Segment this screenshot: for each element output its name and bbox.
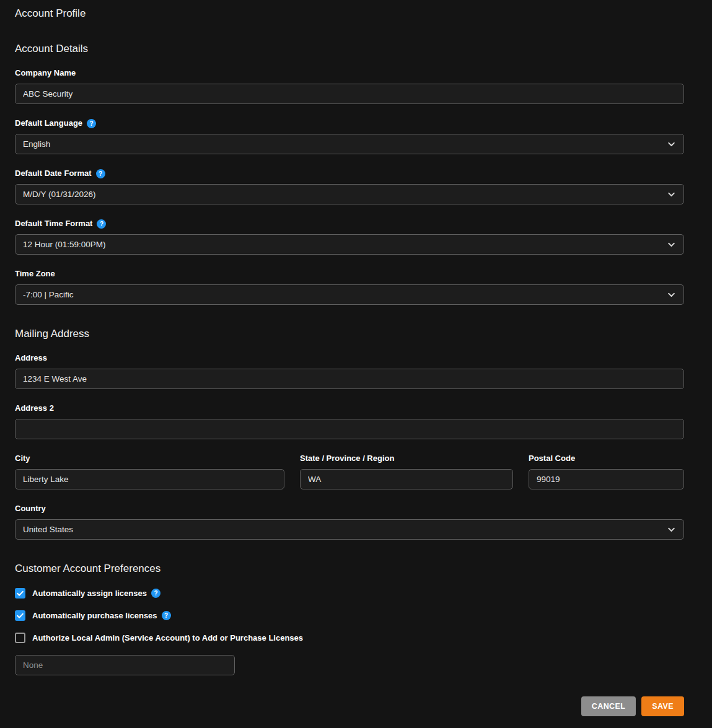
country-value: United States: [23, 525, 73, 534]
chevron-down-icon: [667, 139, 676, 149]
field-default-language: Default Language ? English: [15, 118, 684, 154]
help-icon[interactable]: ?: [87, 119, 96, 128]
section-customer-account-preferences: Customer Account Preferences Automatical…: [15, 562, 684, 675]
save-button[interactable]: SAVE: [641, 696, 684, 716]
help-icon[interactable]: ?: [97, 219, 106, 229]
postal-code-label: Postal Code: [529, 454, 575, 463]
section-account-details: Account Details Company Name Default Lan…: [15, 42, 684, 305]
field-default-time-format: Default Time Format ? 12 Hour (01:59:00P…: [15, 219, 684, 255]
city-label: City: [15, 454, 30, 463]
chevron-down-icon: [667, 240, 676, 249]
field-postal-code: Postal Code: [529, 454, 684, 489]
address-input[interactable]: [15, 369, 684, 389]
local-admin-input[interactable]: [15, 655, 235, 675]
help-icon[interactable]: ?: [96, 169, 105, 178]
page-title: Account Profile: [15, 7, 684, 20]
auto-assign-label: Automatically assign licenses: [32, 589, 147, 598]
default-date-format-value: M/D/Y (01/31/2026): [23, 190, 96, 199]
chevron-down-icon: [667, 190, 676, 199]
state-input[interactable]: [300, 469, 513, 489]
auto-purchase-label: Automatically purchase licenses: [32, 611, 157, 620]
customer-account-preferences-heading: Customer Account Preferences: [15, 562, 684, 575]
default-date-format-select[interactable]: M/D/Y (01/31/2026): [15, 184, 684, 204]
country-select[interactable]: United States: [15, 519, 684, 540]
account-profile-page: Account Profile Account Details Company …: [15, 7, 684, 716]
city-input[interactable]: [15, 469, 284, 489]
chevron-down-icon: [667, 290, 676, 299]
company-name-label: Company Name: [15, 68, 76, 78]
field-address2: Address 2: [15, 403, 684, 439]
field-time-zone: Time Zone -7:00 | Pacific: [15, 269, 684, 305]
default-language-label: Default Language: [15, 118, 82, 128]
field-city: City: [15, 454, 284, 489]
field-local-admin: [15, 655, 684, 675]
address-label: Address: [15, 353, 47, 363]
city-state-postal-row: City State / Province / Region Postal Co…: [15, 454, 684, 489]
state-label: State / Province / Region: [300, 454, 394, 463]
account-details-heading: Account Details: [15, 42, 684, 55]
postal-code-input[interactable]: [529, 469, 684, 489]
address2-input[interactable]: [15, 419, 684, 439]
field-address: Address: [15, 353, 684, 389]
chevron-down-icon: [667, 525, 676, 534]
auto-assign-checkbox[interactable]: [15, 588, 25, 599]
authorize-local-admin-checkbox[interactable]: [15, 633, 25, 643]
section-mailing-address: Mailing Address Address Address 2 City: [15, 327, 684, 540]
company-name-input[interactable]: [15, 84, 684, 104]
auto-assign-row: Automatically assign licenses ?: [15, 588, 684, 599]
field-state: State / Province / Region: [300, 454, 513, 489]
time-zone-value: -7:00 | Pacific: [23, 290, 74, 299]
time-zone-label: Time Zone: [15, 269, 55, 279]
default-time-format-label: Default Time Format: [15, 219, 92, 229]
authorize-local-admin-row: Authorize Local Admin (Service Account) …: [15, 633, 684, 643]
auto-purchase-row: Automatically purchase licenses ?: [15, 610, 684, 621]
default-time-format-select[interactable]: 12 Hour (01:59:00PM): [15, 234, 684, 255]
help-icon[interactable]: ?: [151, 589, 160, 598]
default-time-format-value: 12 Hour (01:59:00PM): [23, 240, 106, 249]
field-default-date-format: Default Date Format ? M/D/Y (01/31/2026): [15, 169, 684, 204]
auto-purchase-checkbox[interactable]: [15, 610, 25, 621]
address2-label: Address 2: [15, 403, 54, 413]
country-label: Country: [15, 504, 46, 514]
footer-actions: CANCEL SAVE: [15, 696, 684, 716]
authorize-local-admin-label: Authorize Local Admin (Service Account) …: [32, 633, 303, 642]
cancel-button[interactable]: CANCEL: [581, 696, 636, 716]
field-company-name: Company Name: [15, 68, 684, 104]
default-language-select[interactable]: English: [15, 134, 684, 154]
help-icon[interactable]: ?: [162, 611, 171, 620]
default-date-format-label: Default Date Format: [15, 169, 92, 178]
field-country: Country United States: [15, 504, 684, 540]
mailing-address-heading: Mailing Address: [15, 327, 684, 340]
default-language-value: English: [23, 139, 50, 149]
time-zone-select[interactable]: -7:00 | Pacific: [15, 284, 684, 305]
